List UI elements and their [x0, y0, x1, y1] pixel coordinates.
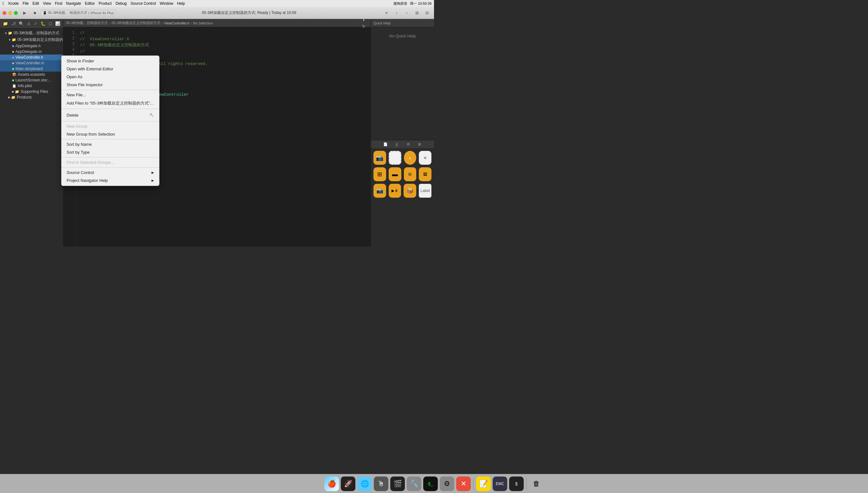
- breadcrumb-part2[interactable]: 05-3种加载自定义控制器的方式: [111, 21, 160, 25]
- tree-item-assets[interactable]: 📦 Assets.xcassets: [0, 71, 63, 77]
- tree-item-viewcontrollerh[interactable]: ■ ViewController.h: [0, 55, 63, 60]
- menu-help[interactable]: Help: [177, 1, 185, 6]
- menu-item-source-control[interactable]: Source Control ▶: [62, 169, 159, 176]
- menu-edit[interactable]: Edit: [33, 1, 39, 6]
- sidebar: 📁 ⎇ 🔍 ⚠ ✓ 🐛 ⬡ 📊 ▼ 📁 05-3种加载…控制器的方式 ▼ 📁 0…: [0, 19, 63, 246]
- menu-item-label: Project Navigator Help: [67, 178, 151, 183]
- tree-item-appdelegatem[interactable]: ■ AppDelegate.m: [0, 49, 63, 55]
- scheme-selector[interactable]: 📱 05-3种加载…·制器的方式 | iPhone 6s Plus: [41, 10, 116, 16]
- search-icon[interactable]: 🔍: [17, 21, 25, 27]
- breadcrumb-part3[interactable]: ViewController.h: [164, 21, 189, 25]
- menu-item-new-group-selection[interactable]: New Group from Selection: [62, 130, 159, 138]
- m-file-icon: ■: [12, 61, 14, 65]
- menu-view[interactable]: View: [43, 1, 51, 6]
- widget-label[interactable]: Label: [419, 184, 432, 198]
- tree-item-launchscreen[interactable]: ■ LaunchScreen.stor…: [0, 77, 63, 83]
- layout2-button[interactable]: ⊟: [422, 9, 432, 17]
- menu-item-sort-type[interactable]: Sort by Type: [62, 148, 159, 156]
- debug-icon[interactable]: 🐛: [39, 21, 47, 27]
- file-tree: ▼ 📁 05-3种加载…控制器的方式 ▼ 📁 05-3种加载自定义控制器的方式 …: [0, 28, 63, 246]
- tree-item-group[interactable]: ▼ 📁 05-3种加载自定义控制器的方式: [0, 37, 63, 43]
- breakpoint-icon[interactable]: ⬡: [47, 21, 53, 27]
- widget-box[interactable]: 📦: [404, 184, 416, 198]
- widget-table[interactable]: ⊟: [404, 167, 417, 181]
- maximize-button[interactable]: [14, 11, 18, 15]
- test-icon[interactable]: ✓: [33, 21, 39, 27]
- widget-panel: 📷 ‹ ≡ ⊞ ▬ ⊟ 🖼 📷 ▶⏸ 📦 Label: [371, 148, 434, 246]
- tree-item-mainstoryboard[interactable]: ■ Main.storyboard: [0, 66, 63, 71]
- source-icon[interactable]: ⎇: [10, 21, 17, 27]
- tree-item-label: 05-3种加载自定义控制器的方式: [17, 37, 63, 42]
- tree-item-appdelegateh[interactable]: ■ AppDelegate.h: [0, 43, 63, 49]
- tree-item-supporting[interactable]: ▶ 📁 Supporting Files: [0, 89, 63, 94]
- tree-item-label: AppDelegate.h: [16, 44, 41, 48]
- minimize-button[interactable]: [8, 11, 12, 15]
- breadcrumb: 05-3种加载…控制器的方式 › 05-3种加载自定义控制器的方式 › View…: [66, 21, 213, 25]
- issue-icon[interactable]: ⚠: [26, 21, 32, 27]
- widget-dashed1[interactable]: [389, 151, 401, 165]
- arrow-icon: ▼: [4, 32, 7, 35]
- tree-item-label: AppDelegate.m: [16, 49, 42, 54]
- submenu-arrow-icon: ▶: [151, 171, 154, 174]
- history-button[interactable]: ⊞: [415, 141, 424, 148]
- menu-item-label: New File...: [67, 92, 154, 97]
- close-button[interactable]: [2, 11, 6, 15]
- back-button[interactable]: ‹: [392, 9, 401, 17]
- forward-button[interactable]: ›: [402, 9, 411, 17]
- tree-item-infoplist[interactable]: 📋 Info.plist: [0, 83, 63, 89]
- menu-item-label: Open As: [67, 74, 154, 79]
- menu-item-show-in-finder[interactable]: Show in Finder: [62, 57, 159, 65]
- traffic-lights: [2, 11, 18, 15]
- widget-image[interactable]: 🖼: [419, 167, 432, 181]
- widget-grid[interactable]: ⊞: [373, 167, 386, 181]
- accessibility-button[interactable]: ⚙: [404, 141, 413, 148]
- breadcrumb-part1[interactable]: 05-3种加载…控制器的方式: [66, 21, 108, 25]
- widget-back[interactable]: ‹: [404, 151, 417, 165]
- file-inspector-button[interactable]: 📄: [381, 141, 390, 148]
- menu-window[interactable]: Window: [160, 1, 173, 6]
- menu-debug[interactable]: Debug: [116, 1, 126, 6]
- menu-item-add-files[interactable]: Add Files to "05-3种加载自定义控制器的方式"...: [62, 99, 159, 108]
- menu-file[interactable]: File: [22, 1, 28, 6]
- menu-product[interactable]: Product: [99, 1, 111, 6]
- navigator-toggle[interactable]: ≡: [382, 9, 391, 17]
- menu-item-sort-name[interactable]: Sort by Name: [62, 141, 159, 148]
- breadcrumb-part4[interactable]: No Selection: [193, 21, 213, 25]
- menu-xcode[interactable]: Xcode: [8, 1, 19, 6]
- share-button[interactable]: ⬆: [359, 19, 368, 23]
- quick-help-content: No Quick Help: [371, 34, 434, 38]
- menu-item-open-external[interactable]: Open with External Editor: [62, 65, 159, 73]
- stop-button[interactable]: ■: [30, 9, 39, 17]
- menu-navigate[interactable]: Navigate: [66, 1, 81, 6]
- widget-list[interactable]: ≡: [419, 151, 432, 165]
- menu-item-delete[interactable]: Delete ↖: [62, 110, 159, 120]
- menu-item-label: Open with External Editor: [67, 67, 154, 71]
- menu-find[interactable]: Find: [55, 1, 62, 6]
- tree-item-products[interactable]: ▶ 📁 Products: [0, 94, 63, 100]
- menu-item-navigator-help[interactable]: Project Navigator Help ▶: [62, 176, 159, 185]
- menu-item-label: Add Files to "05-3种加载自定义控制器的方式"...: [67, 101, 154, 106]
- run-button[interactable]: ▶: [20, 9, 29, 17]
- widget-camera[interactable]: 📷: [373, 151, 386, 165]
- apple-menu[interactable]: : [2, 1, 4, 6]
- widget-slider[interactable]: ▬: [389, 167, 401, 181]
- tree-item-viewcontrollerm[interactable]: ■ ViewController.m: [0, 60, 63, 66]
- menu-item-file-inspector[interactable]: Show File Inspector: [62, 81, 159, 89]
- widget-photo[interactable]: 📷: [373, 184, 386, 198]
- plist-icon: 📋: [12, 84, 17, 88]
- widget-play[interactable]: ▶⏸: [389, 184, 401, 198]
- menu-item-open-as[interactable]: Open As: [62, 73, 159, 81]
- titlebar: ▶ ■ 📱 05-3种加载…·制器的方式 | iPhone 6s Plus 05…: [0, 7, 434, 19]
- tree-item-project[interactable]: ▼ 📁 05-3种加载…控制器的方式: [0, 30, 63, 37]
- menu-item-new-group: New Group: [62, 122, 159, 130]
- quick-help-button[interactable]: {}: [392, 141, 401, 148]
- menu-editor[interactable]: Editor: [85, 1, 95, 6]
- menu-item-label: Show File Inspector: [67, 82, 154, 87]
- menu-source-control[interactable]: Source Control: [131, 1, 156, 6]
- folder-icon[interactable]: 📁: [2, 21, 9, 27]
- layout-button[interactable]: ⊞: [412, 9, 421, 17]
- tree-item-label: Assets.xcassets: [18, 72, 45, 77]
- menu-item-new-file[interactable]: New File...: [62, 91, 159, 99]
- report-icon[interactable]: 📊: [54, 21, 62, 27]
- folder-icon: 📁: [15, 90, 19, 94]
